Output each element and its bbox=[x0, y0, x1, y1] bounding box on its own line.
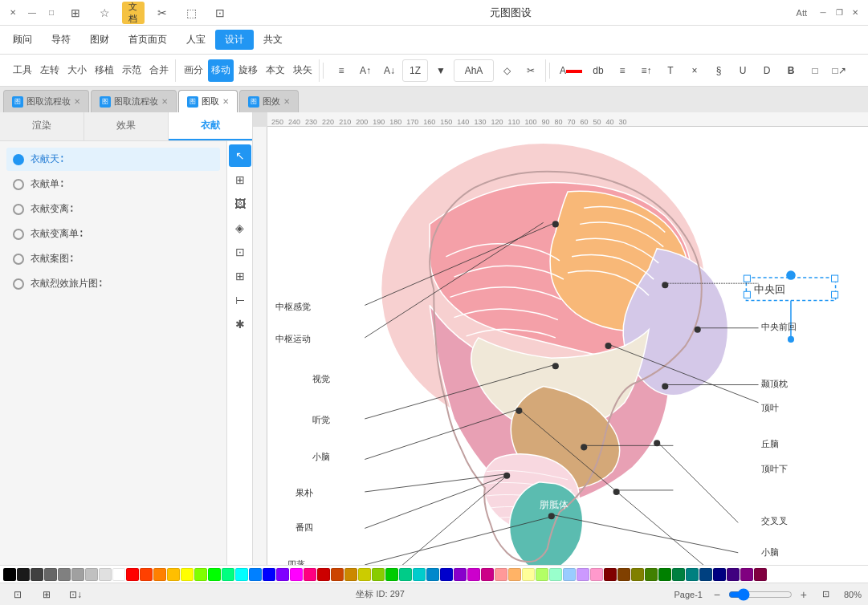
tool-daxiao[interactable]: 大小 bbox=[64, 59, 90, 82]
color-swatch[interactable] bbox=[276, 568, 289, 581]
color-swatch[interactable] bbox=[740, 568, 753, 581]
color-swatch[interactable] bbox=[44, 568, 57, 581]
status-lock[interactable]: ⊡↓ bbox=[64, 583, 87, 606]
tool-gongju[interactable]: 工具 bbox=[10, 59, 35, 82]
menu-item-gongwen[interactable]: 共文 bbox=[254, 30, 292, 50]
tool-xuanyi[interactable]: 旋移 bbox=[235, 59, 261, 82]
toolbar-icon6[interactable]: ⊡ bbox=[209, 2, 231, 24]
toolbar-icon5[interactable]: ⬚ bbox=[180, 2, 202, 24]
rt-layers[interactable]: ◈ bbox=[229, 217, 251, 239]
menu-item-renbao[interactable]: 人宝 bbox=[177, 30, 215, 50]
fmt-style[interactable]: AhA bbox=[454, 59, 494, 82]
rt-image[interactable]: 🖼 bbox=[229, 193, 251, 215]
canvas-area[interactable]: 250 240 230 220 210 200 190 180 170 160 … bbox=[253, 112, 868, 565]
color-swatch[interactable] bbox=[71, 568, 84, 581]
color-swatch[interactable] bbox=[699, 568, 712, 581]
menu-item-guwen[interactable]: 顾问 bbox=[3, 30, 42, 50]
fmt-underline[interactable]: U bbox=[731, 59, 754, 82]
color-swatch[interactable] bbox=[126, 568, 139, 581]
color-swatch[interactable] bbox=[563, 568, 576, 581]
fmt-multiply[interactable]: × bbox=[683, 59, 706, 82]
toolbar-icon2[interactable]: ☆ bbox=[93, 2, 116, 24]
sys-close[interactable]: ✕ bbox=[849, 6, 862, 19]
color-swatch[interactable] bbox=[3, 568, 16, 581]
tool-yidong[interactable]: 移动 bbox=[208, 59, 234, 82]
shape-item-3[interactable]: 衣献变离∶ bbox=[6, 197, 220, 221]
color-swatch[interactable] bbox=[495, 568, 507, 581]
color-swatch[interactable] bbox=[536, 568, 548, 581]
menu-item-homepage[interactable]: 首页面页 bbox=[119, 30, 177, 50]
fmt-dropdown[interactable]: ▼ bbox=[430, 59, 452, 82]
color-swatch[interactable] bbox=[208, 568, 221, 581]
shape-item-5[interactable]: 衣献案图∶ bbox=[6, 247, 220, 270]
window-min-btn[interactable]: — bbox=[26, 6, 39, 19]
color-swatch[interactable] bbox=[317, 568, 330, 581]
tab-3[interactable]: 图 图取 ✕ bbox=[178, 90, 238, 112]
fmt-square1[interactable]: □ bbox=[804, 59, 826, 82]
zoom-in-btn[interactable]: + bbox=[796, 587, 812, 603]
sys-min[interactable]: ─ bbox=[817, 6, 829, 19]
color-swatch[interactable] bbox=[577, 568, 589, 581]
fmt-align-left[interactable]: ≡ bbox=[330, 59, 352, 82]
color-swatch[interactable] bbox=[31, 568, 43, 581]
rt-cursor[interactable]: ↖ bbox=[229, 144, 251, 167]
sys-restore[interactable]: ❐ bbox=[833, 6, 846, 19]
color-swatch[interactable] bbox=[304, 568, 316, 581]
color-swatch[interactable] bbox=[645, 568, 658, 581]
color-swatch[interactable] bbox=[467, 568, 480, 581]
color-swatch[interactable] bbox=[440, 568, 453, 581]
fmt-square2[interactable]: □↗ bbox=[828, 59, 850, 82]
color-swatch[interactable] bbox=[181, 568, 194, 581]
color-swatch[interactable] bbox=[399, 568, 412, 581]
shape-item-1[interactable]: 衣献天∶ bbox=[6, 148, 220, 171]
color-swatch[interactable] bbox=[727, 568, 740, 581]
color-swatch[interactable] bbox=[263, 568, 275, 581]
tab-close-1[interactable]: ✕ bbox=[74, 97, 80, 106]
color-swatch[interactable] bbox=[522, 568, 535, 581]
color-swatch[interactable] bbox=[617, 568, 630, 581]
fmt-color-a[interactable]: A bbox=[556, 59, 585, 82]
tool-shifan[interactable]: 示范 bbox=[119, 59, 145, 82]
color-swatch[interactable] bbox=[358, 568, 371, 581]
color-swatch[interactable] bbox=[290, 568, 303, 581]
toolbar-icon3[interactable]: 文档 bbox=[122, 2, 145, 24]
color-swatch[interactable] bbox=[331, 568, 344, 581]
fmt-shape[interactable]: ◇ bbox=[495, 59, 518, 82]
color-swatch[interactable] bbox=[344, 568, 357, 581]
shape-item-4[interactable]: 衣献变离单∶ bbox=[6, 222, 220, 246]
status-expand[interactable]: ⊞ bbox=[35, 583, 58, 606]
shape-item-6[interactable]: 衣献烈效旅片图∶ bbox=[6, 272, 220, 295]
color-swatch[interactable] bbox=[754, 568, 767, 581]
color-swatch[interactable] bbox=[413, 568, 426, 581]
color-swatch[interactable] bbox=[549, 568, 562, 581]
color-swatch[interactable] bbox=[194, 568, 207, 581]
tool-zuozhuan[interactable]: 左转 bbox=[37, 59, 63, 82]
fmt-d-letter[interactable]: D bbox=[756, 59, 778, 82]
tool-benwen[interactable]: 本文 bbox=[263, 59, 288, 82]
tab-4[interactable]: 图 图效 ✕ bbox=[239, 90, 299, 112]
color-swatch[interactable] bbox=[112, 568, 125, 581]
fmt-list[interactable]: ≡ bbox=[611, 59, 634, 82]
zoom-out-btn[interactable]: − bbox=[709, 587, 725, 603]
fmt-font-size[interactable]: A↓ bbox=[378, 59, 401, 82]
fmt-section[interactable]: § bbox=[707, 59, 730, 82]
lp-tab-effect[interactable]: 效果 bbox=[84, 112, 169, 140]
tab-close-4[interactable]: ✕ bbox=[283, 97, 290, 106]
color-swatch[interactable] bbox=[140, 568, 153, 581]
tab-close-3[interactable]: ✕ bbox=[222, 97, 229, 106]
color-swatch[interactable] bbox=[235, 568, 248, 581]
rt-table3[interactable]: ⊞ bbox=[229, 265, 251, 287]
lp-tab-render[interactable]: 渲染 bbox=[0, 112, 84, 140]
fmt-size-input[interactable]: 1Z bbox=[402, 59, 428, 82]
tool-kuaishi[interactable]: 块矢 bbox=[290, 59, 316, 82]
color-swatch[interactable] bbox=[508, 568, 521, 581]
color-swatch[interactable] bbox=[222, 568, 234, 581]
fmt-scissors[interactable]: ✂ bbox=[520, 59, 542, 82]
tab-close-2[interactable]: ✕ bbox=[161, 97, 168, 106]
color-swatch[interactable] bbox=[631, 568, 644, 581]
menu-item-tucai[interactable]: 图财 bbox=[80, 30, 119, 50]
tool-yizhi[interactable]: 移植 bbox=[92, 59, 117, 82]
fit-page-btn[interactable]: ⊡ bbox=[815, 583, 837, 606]
menu-item-daofu[interactable]: 导符 bbox=[42, 30, 80, 50]
tool-huafen[interactable]: 画分 bbox=[181, 59, 206, 82]
